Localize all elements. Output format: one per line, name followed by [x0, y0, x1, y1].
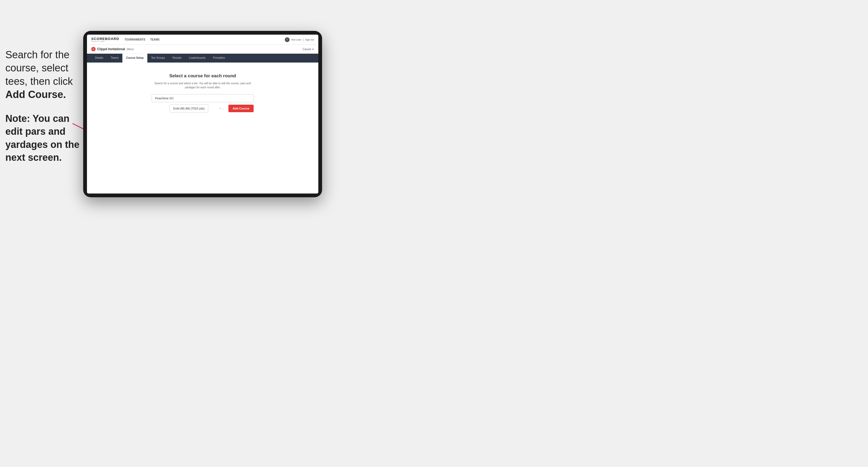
tab-tee-groups[interactable]: Tee Groups	[147, 54, 169, 63]
nav-right: T Test User | Sign out	[285, 37, 314, 42]
tournament-name: Clippd Invitational	[97, 47, 125, 51]
tee-select-row: Gold (M) (M) (7010 yds) Add Course	[152, 104, 254, 113]
tab-teams[interactable]: Teams	[107, 54, 122, 63]
tablet-device: SCOREBOARD Powered by clippd TOURNAMENTS…	[83, 31, 322, 197]
user-avatar: T	[285, 37, 289, 42]
tournament-badge: (Men)	[127, 48, 134, 51]
nav-tournaments[interactable]: TOURNAMENTS	[125, 38, 146, 41]
cancel-label: Cancel	[303, 48, 311, 51]
sign-out-link[interactable]: Sign out	[305, 38, 314, 41]
tablet-screen: SCOREBOARD Powered by clippd TOURNAMENTS…	[87, 35, 318, 193]
add-course-button[interactable]: Add Course	[228, 105, 254, 112]
user-info: Test User	[291, 38, 302, 41]
setup-title: Select a course for each round	[152, 73, 254, 79]
course-search-input[interactable]	[152, 94, 254, 102]
tee-select[interactable]: Gold (M) (M) (7010 yds)	[169, 104, 208, 113]
setup-description: Search for a course and select a tee. Yo…	[152, 81, 254, 89]
nav-links: TOURNAMENTS TEAMS	[125, 38, 160, 41]
tab-results[interactable]: Results	[169, 54, 185, 63]
tournament-icon: C	[91, 47, 96, 51]
logo-sub: Powered by clippd	[91, 40, 119, 42]
course-setup-box: Select a course for each round Search fo…	[152, 73, 254, 113]
annotation-area: Search for the course, select tees, then…	[5, 48, 83, 164]
annotation-note: Note: You can edit pars and yardages on …	[5, 112, 83, 164]
tab-printables[interactable]: Printables	[209, 54, 229, 63]
top-navbar: SCOREBOARD Powered by clippd TOURNAMENTS…	[87, 35, 318, 45]
tab-leaderboards[interactable]: Leaderboards	[185, 54, 209, 63]
tee-select-wrapper: Gold (M) (M) (7010 yds)	[152, 104, 226, 113]
logo-text: SCOREBOARD	[91, 37, 119, 40]
nav-teams[interactable]: TEAMS	[150, 38, 160, 41]
annotation-bold: Add Course.	[5, 89, 66, 100]
tab-details[interactable]: Details	[91, 54, 107, 63]
cancel-icon: ✕	[312, 48, 314, 51]
logo-area: SCOREBOARD Powered by clippd	[91, 37, 119, 42]
tab-course-setup[interactable]: Course Setup	[122, 54, 147, 63]
annotation-text: Search for the course, select tees, then…	[5, 48, 83, 101]
tab-navigation: Details Teams Course Setup Tee Groups Re…	[87, 54, 318, 63]
main-content: Select a course for each round Search fo…	[87, 63, 318, 193]
nav-separator: |	[303, 38, 304, 41]
tournament-header: C Clippd Invitational (Men) Cancel ✕	[87, 45, 318, 54]
cancel-button[interactable]: Cancel ✕	[303, 48, 314, 51]
tournament-title-area: C Clippd Invitational (Men)	[91, 47, 134, 51]
